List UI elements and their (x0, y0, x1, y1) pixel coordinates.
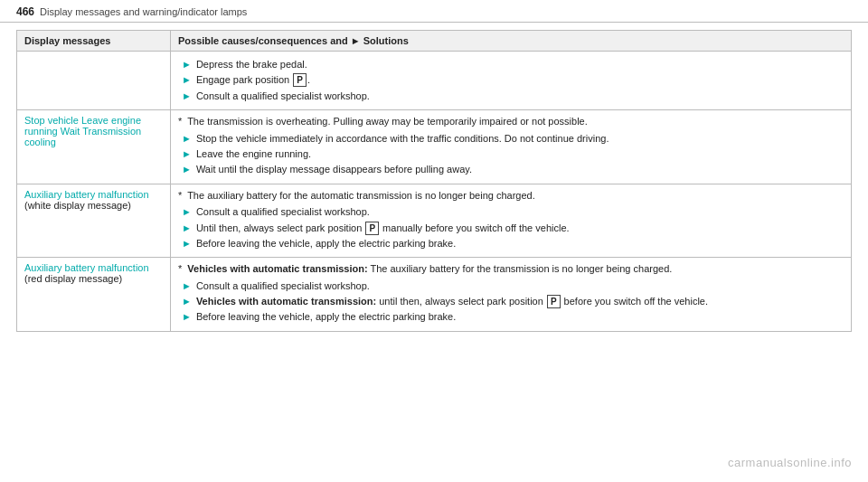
arrow-icon: ► (182, 310, 192, 324)
park-indicator: P (293, 73, 307, 87)
arrow-icon: ► (182, 147, 192, 161)
list-item: ► Consult a qualified specialist worksho… (182, 205, 844, 219)
arrow-icon: ► (182, 132, 192, 146)
arrow-icon: ► (182, 205, 192, 219)
display-message-link-2[interactable]: Stop vehicle Leave engine running Wait T… (24, 115, 141, 147)
bullet-list-3: ► Consult a qualified specialist worksho… (178, 205, 844, 250)
bullet-list-4: ► Consult a qualified specialist worksho… (178, 279, 844, 325)
page-number: 466 (16, 5, 34, 18)
display-cell-3: Auxiliary battery malfunc­tion (white di… (17, 184, 171, 258)
display-cell-1 (17, 52, 171, 110)
table-row: Auxiliary battery malfunc­tion (red disp… (17, 258, 852, 332)
col-header-display: Display messages (17, 31, 171, 52)
list-item: ► Wait until the display message disappe… (182, 163, 844, 176)
list-item: ► Leave the engine running. (182, 147, 844, 161)
bullet-list-1: ► Depress the brake pedal. ► Engage park… (178, 58, 844, 103)
arrow-icon: ► (182, 222, 192, 235)
bullet-list-2: ► Stop the vehicle immediately in accord… (178, 132, 844, 177)
list-item: ► Before leaving the vehicle, apply the … (182, 310, 844, 324)
star-marker: * (178, 116, 182, 127)
arrow-icon: ► (182, 279, 192, 293)
star-marker: * (178, 263, 182, 274)
list-item: ► Vehicles with automatic transmission: … (182, 295, 844, 308)
page-title: Display messages and warning/indicator l… (40, 6, 247, 17)
display-message-link-4[interactable]: Auxiliary battery malfunc­tion (24, 262, 149, 273)
arrow-icon: ► (182, 73, 192, 87)
page-header: 466 Display messages and warning/indicat… (0, 0, 868, 23)
arrow-icon: ► (182, 237, 192, 250)
park-indicator: P (365, 222, 379, 235)
arrow-icon: ► (182, 295, 192, 308)
star-marker: * (178, 190, 182, 201)
list-item: ► Stop the vehicle immediately in accord… (182, 132, 844, 146)
arrow-icon: ► (182, 90, 192, 103)
arrow-icon: ► (182, 163, 192, 176)
col-header-solutions: Possible causes/consequences and ► Solut… (171, 31, 852, 52)
display-message-link-3[interactable]: Auxiliary battery malfunc­tion (24, 189, 149, 200)
display-messages-table: Display messages Possible causes/consequ… (16, 30, 852, 332)
display-cell-2: Stop vehicle Leave engine running Wait T… (17, 110, 171, 184)
table-row: Auxiliary battery malfunc­tion (white di… (17, 184, 852, 258)
list-item: ► Until then, always select park positio… (182, 222, 844, 235)
solutions-cell-3: * The auxiliary battery for the automati… (171, 184, 852, 258)
list-item: ► Before leaving the vehicle, apply the … (182, 237, 844, 250)
list-item: ► Consult a qualified specialist worksho… (182, 90, 844, 103)
display-cell-4: Auxiliary battery malfunc­tion (red disp… (17, 258, 171, 332)
list-item: ► Engage park position P. (182, 73, 844, 87)
list-item: ► Consult a qualified specialist worksho… (182, 279, 844, 293)
arrow-icon: ► (182, 58, 192, 71)
main-content: Display messages Possible causes/consequ… (0, 30, 868, 348)
list-item: ► Depress the brake pedal. (182, 58, 844, 71)
table-row: ► Depress the brake pedal. ► Engage park… (17, 52, 852, 110)
watermark: carmanualsonline.info (728, 456, 852, 469)
solutions-cell-2: * The transmission is overheating. Pulli… (171, 110, 852, 184)
solutions-cell-1: ► Depress the brake pedal. ► Engage park… (171, 52, 852, 110)
park-indicator: P (547, 295, 561, 308)
solutions-cell-4: * Vehicles with automatic transmission: … (171, 258, 852, 332)
table-row: Stop vehicle Leave engine running Wait T… (17, 110, 852, 184)
